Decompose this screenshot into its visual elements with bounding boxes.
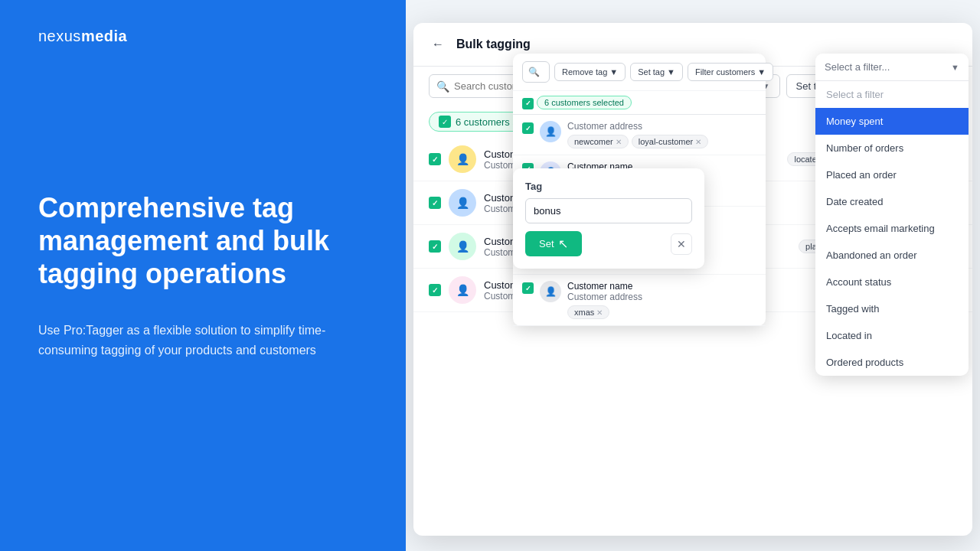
customer-info: Customer name Customer address xmas ✕ — [567, 281, 756, 319]
customer-address: Customer address — [567, 292, 756, 302]
tag-close-icon[interactable]: ✕ — [596, 308, 603, 317]
overlay-remove-tag-button[interactable]: Remove tag ▼ — [554, 63, 626, 81]
tag-close-icon[interactable]: ✕ — [695, 138, 701, 146]
left-panel-headline: Comprehensive tag management and bulk ta… — [38, 191, 368, 291]
tag-popup-footer: Set ↖ ✕ — [525, 231, 692, 256]
avatar: 👤 — [449, 233, 476, 260]
filter-option-ordered-products[interactable]: Ordered products — [815, 349, 969, 376]
avatar: 👤 — [449, 189, 476, 217]
tag-close-icon[interactable]: ✕ — [616, 138, 622, 146]
filter-dropdown: Select a filter... ▼ Select a filter Mon… — [815, 54, 969, 376]
tag-popup: Tag Set ↖ ✕ — [513, 168, 704, 269]
list-item: 👤 Customer address newcomer ✕ loyal-cust… — [513, 115, 766, 155]
left-panel-description: Use Pro:Tagger as a flexible solution to… — [38, 321, 368, 360]
cursor-icon: ↖ — [558, 236, 568, 251]
tags-row: xmas ✕ — [567, 305, 756, 319]
brand-logo: nexusmedia — [38, 28, 127, 45]
filter-select-bar[interactable]: Select a filter... ▼ — [815, 54, 969, 81]
brand-name-bold: media — [81, 28, 127, 44]
tag: loyal-customer ✕ — [632, 135, 709, 148]
tag: xmas ✕ — [567, 305, 609, 319]
tag-popup-label: Tag — [525, 181, 692, 192]
filter-select-placeholder: Select a filter... — [825, 61, 890, 73]
overlay-selected-badge: 6 customers selected — [537, 96, 632, 109]
tag-input[interactable] — [525, 198, 692, 223]
filter-option-placed-an-order[interactable]: Placed an order — [815, 161, 969, 188]
overlay-filter-button[interactable]: Filter customers ▼ — [688, 63, 773, 81]
tag-popup-close-button[interactable]: ✕ — [671, 233, 692, 255]
window-title: Bulk tagging — [456, 37, 531, 51]
avatar: 👤 — [449, 276, 476, 304]
tags-row: newcomer ✕ loyal-customer ✕ — [567, 135, 756, 148]
overlay-selected-label: 6 customers selected — [544, 98, 624, 107]
row-checkbox[interactable] — [429, 153, 441, 165]
filter-option-account-status[interactable]: Account status — [815, 269, 969, 295]
customer-name: Customer name — [567, 281, 756, 292]
overlay-set-chevron-icon: ▼ — [667, 67, 675, 77]
row-checkbox[interactable] — [429, 240, 441, 253]
filter-option-money-spent[interactable]: Money spent — [815, 108, 969, 135]
filter-option-abandoned-an-order[interactable]: Abandoned an order — [815, 242, 969, 269]
avatar: 👤 — [449, 145, 476, 173]
overlay-row-checkbox[interactable] — [522, 122, 534, 134]
filter-option-located-in[interactable]: Located in — [815, 322, 969, 349]
check-icon: ✓ — [439, 116, 451, 128]
overlay-row-checkbox[interactable] — [522, 282, 534, 294]
overlay-remove-chevron-icon: ▼ — [609, 67, 618, 77]
overlay-search-icon: 🔍 — [528, 67, 540, 77]
filter-option-date-created[interactable]: Date created — [815, 188, 969, 215]
overlay-filter-chevron-icon: ▼ — [757, 67, 766, 77]
row-checkbox[interactable] — [429, 284, 441, 296]
overlay-set-tag-button[interactable]: Set tag ▼ — [630, 63, 683, 81]
overlay-check-icon — [522, 98, 534, 109]
filter-option-number-of-orders[interactable]: Number of orders — [815, 135, 969, 161]
filter-select-chevron-icon: ▼ — [951, 63, 959, 72]
overlay-search-wrapper: 🔍 — [522, 61, 550, 83]
brand-name-regular: nexus — [38, 28, 81, 44]
right-panel: ← Bulk tagging 🔍 Remove tag ▼ Set tag ▼ … — [406, 0, 980, 551]
avatar: 👤 — [540, 121, 561, 142]
customer-address: Customer address — [567, 121, 756, 132]
avatar: 👤 — [540, 281, 561, 302]
set-tag-confirm-button[interactable]: Set ↖ — [525, 231, 582, 256]
left-panel: nexusmedia Comprehensive tag management … — [0, 0, 406, 551]
overlay-selected-bar: 6 customers selected — [513, 91, 766, 115]
back-button[interactable]: ← — [429, 35, 447, 54]
row-checkbox[interactable] — [429, 197, 441, 209]
filter-option-tagged-with[interactable]: Tagged with — [815, 295, 969, 322]
filter-option-placeholder[interactable]: Select a filter — [815, 81, 969, 108]
list-item: 👤 Customer name Customer address xmas ✕ — [513, 275, 766, 326]
search-icon: 🔍 — [436, 80, 449, 93]
filter-option-accepts-email-marketing[interactable]: Accepts email marketing — [815, 215, 969, 242]
customer-info: Customer address newcomer ✕ loyal-custom… — [567, 121, 756, 148]
overlay-toolbar: 🔍 Remove tag ▼ Set tag ▼ Filter customer… — [513, 54, 766, 91]
tag: newcomer ✕ — [567, 135, 629, 148]
